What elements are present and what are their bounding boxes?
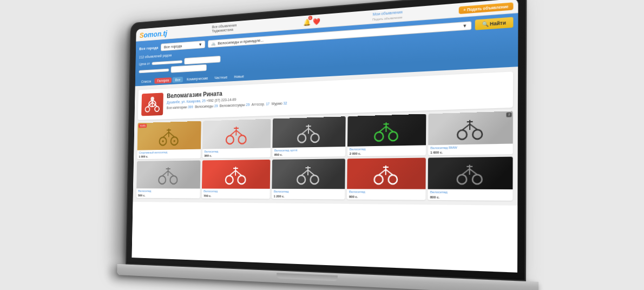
products-grid-row1: ТОП5: [137, 111, 513, 160]
product-img-1: ТОП5: [137, 121, 201, 150]
svg-point-0: [150, 97, 154, 101]
svg-point-21: [298, 134, 306, 142]
product-card-2[interactable]: Велосипед 380 с.: [202, 119, 271, 159]
laptop-lid: Somon.tj Все объявления Таджикистана 🔔 1…: [126, 0, 527, 281]
svg-line-30: [386, 126, 393, 132]
store-cat-all[interactable]: Все категории 399: [167, 105, 193, 109]
screen-bezel: Somon.tj Все объявления Таджикистана 🔔 1…: [132, 0, 518, 273]
svg-line-18: [236, 130, 242, 135]
svg-point-16: [238, 135, 246, 144]
tab-list[interactable]: Список: [139, 78, 154, 85]
product-price-r2: 700 с.: [203, 194, 268, 198]
volume-select[interactable]: Объём ▼: [171, 64, 207, 73]
tab-gallery[interactable]: Галерея: [155, 77, 172, 84]
price-from-input[interactable]: [152, 60, 182, 65]
my-ads-link[interactable]: Мои объявления Подать объявление: [372, 10, 402, 22]
product-card-r1[interactable]: Велосипед 500 с.: [136, 161, 201, 198]
product-title-r5: Велосипед: [430, 190, 510, 195]
product-price-r4: 900 с.: [349, 195, 423, 199]
product-img-r4: [347, 158, 426, 189]
svg-line-17: [230, 130, 236, 136]
store-info: Веломагазин Рината Душанбе, ул. Казарова…: [167, 77, 508, 110]
product-price-r1: 500 с.: [138, 194, 198, 197]
product-img-r2: [202, 160, 270, 189]
svg-line-48: [235, 170, 242, 176]
svg-point-13: [174, 140, 175, 142]
svg-point-28: [389, 131, 397, 141]
svg-line-54: [308, 170, 314, 175]
product-card-r2[interactable]: Велосипед 700 с.: [202, 160, 271, 199]
store-cat-murmo[interactable]: Мурмо 32: [272, 101, 287, 106]
site-main: Веломагазин Рината Душанбе, ул. Казарова…: [133, 67, 518, 205]
svg-point-57: [374, 175, 383, 184]
bike-svg-r5: [455, 162, 485, 185]
logo-area: Somon.tj: [140, 29, 167, 39]
svg-point-46: [238, 175, 245, 184]
product-price-2: 380 с.: [204, 154, 268, 157]
all-cities-label: Все города: [139, 45, 158, 51]
heart-icon-wrap[interactable]: ❤️: [312, 16, 320, 27]
search-button[interactable]: 🔍 Найти: [475, 17, 513, 30]
svg-line-35: [462, 124, 470, 130]
camera: [308, 11, 311, 14]
store-cat-bikes[interactable]: Велосипеды 29: [195, 104, 218, 108]
city-select[interactable]: Все города ▼: [161, 40, 205, 51]
product-img-r5: [428, 157, 513, 189]
product-card-3[interactable]: Велосипед sprint 850 с.: [272, 116, 346, 157]
product-card-1[interactable]: ТОП5: [137, 121, 201, 160]
product-title-r3: Велосипед: [274, 190, 343, 194]
notifications-icon-wrap[interactable]: 🔔 1: [303, 17, 311, 27]
condition-chevron-icon: ▼: [214, 57, 218, 61]
tab-all[interactable]: Все: [173, 77, 183, 83]
bike-svg-r2: [224, 164, 247, 185]
svg-point-51: [297, 175, 305, 184]
product-info-4: Велосипед 2 000 с.: [347, 146, 426, 157]
product-card-r4[interactable]: Велосипед 900 с.: [347, 158, 426, 200]
price-to-input[interactable]: [139, 68, 169, 73]
site-tagline: Все объявления Таджикистана: [212, 22, 254, 34]
logo-omon: omon: [144, 29, 162, 39]
svg-point-2: [145, 107, 149, 112]
header-icons-area: 🔔 1 ❤️: [303, 16, 320, 27]
store-cat-atss[interactable]: Аттссор. 17: [252, 102, 270, 107]
badge-num-5: 7: [507, 113, 512, 117]
store-address-text: Душанбе, ул. Казарова, 25: [167, 99, 206, 104]
svg-point-39: [159, 176, 166, 184]
product-card-4[interactable]: Велосипед 2 000 с.: [347, 114, 426, 157]
product-title-r1: Велосипед: [138, 189, 198, 193]
svg-line-53: [301, 170, 308, 175]
svg-point-22: [311, 133, 319, 142]
condition-value: Состояние: [187, 58, 202, 63]
product-info-r3: Велосипед 1 200 с.: [272, 189, 345, 199]
product-price-5: 1 600 с.: [430, 150, 510, 155]
svg-line-42: [168, 171, 174, 176]
bike-svg-3: [295, 121, 321, 143]
product-info-2: Велосипед 380 с.: [202, 148, 271, 159]
svg-line-59: [379, 169, 386, 175]
svg-line-10: [169, 132, 175, 137]
product-price-4: 2 000 с.: [350, 151, 424, 155]
product-img-r1: [136, 161, 200, 189]
post-ad-button[interactable]: + Подать объявление: [459, 2, 514, 14]
store-cat-accessories[interactable]: Велоаксессуары 29: [220, 103, 250, 108]
product-info-r5: Велосипед 800 с.: [428, 189, 512, 200]
tab-private[interactable]: Частные: [212, 74, 230, 81]
tab-commercial[interactable]: Коммерческие: [184, 75, 211, 82]
tab-new[interactable]: Новые: [231, 74, 247, 80]
badge-top-1: ТОП5: [139, 124, 147, 128]
product-img-4: [347, 114, 426, 147]
svg-line-65: [462, 169, 470, 175]
svg-point-12: [162, 140, 163, 142]
product-img-2: [202, 119, 271, 149]
product-card-r5[interactable]: Велосипед 800 с.: [428, 157, 512, 200]
svg-point-64: [472, 175, 482, 184]
price-from-label: Цена от: [139, 62, 150, 66]
chevron-down-icon: ▼: [199, 42, 202, 47]
product-card-5[interactable]: 7: [428, 111, 513, 156]
product-info-3: Велосипед sprint 850 с.: [272, 147, 345, 157]
bike-svg-r1: [157, 164, 179, 185]
svg-point-52: [310, 175, 318, 184]
category-value: Велосипеды и принадле...: [218, 38, 264, 46]
product-card-r3[interactable]: Велосипед 1 200 с.: [272, 159, 345, 199]
bike-svg-4: [372, 119, 400, 142]
